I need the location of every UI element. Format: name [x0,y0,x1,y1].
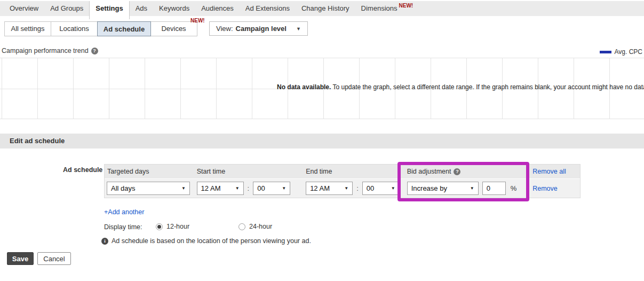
start-minute-select[interactable]: 00 ▼ [253,182,290,195]
bid-adjustment-value-input[interactable] [482,182,506,195]
display-time-row: Display time: 12-hour 24-hour [104,223,328,232]
add-another-link[interactable]: +Add another [104,208,144,216]
view-value: Campaign level [236,25,287,33]
help-icon[interactable]: ? [454,168,460,175]
chevron-down-icon: ▼ [181,186,186,191]
subtab-devices[interactable]: Devices [150,22,197,36]
info-icon: i [101,238,108,245]
end-minute-select[interactable]: 00 ▼ [362,182,400,195]
header-remove-all: Remove all [529,168,580,175]
schedule-info-note: i Ad schedule is based on the location o… [101,237,311,245]
subtab-ad-schedule[interactable]: Ad schedule [97,21,151,36]
remove-all-link[interactable]: Remove all [532,168,566,175]
chevron-down-icon: ▼ [344,186,348,191]
legend-label: Avg. CPC [615,48,642,56]
radio-12-hour[interactable]: 12-hour [156,223,189,230]
view-new-badge: NEW! [190,18,205,24]
save-button[interactable]: Save [7,252,34,265]
time-separator: : [248,184,250,192]
view-level-dropdown[interactable]: View: Campaign level ▼ [209,21,308,36]
help-icon[interactable]: ? [91,48,98,54]
view-prefix: View: [216,25,233,33]
percent-label: % [511,184,517,192]
tab-dimensions[interactable]: DimensionsNEW! [355,1,419,16]
subtab-all-settings[interactable]: All settings [5,22,51,36]
header-bid-adjustment: Bid adjustment ? [404,168,529,175]
tab-audiences[interactable]: Audiences [195,1,240,16]
chevron-down-icon: ▼ [296,26,301,32]
table-row: All days ▼ 12 AM ▼ : 00 ▼ 12 AM ▼ : 00 ▼ [105,178,580,198]
table-header-row: Targeted days Start time End time Bid ad… [105,165,580,178]
ad-schedule-table: Targeted days Start time End time Bid ad… [104,164,581,198]
radio-button-icon[interactable] [238,223,245,230]
chevron-down-icon: ▼ [391,186,395,191]
radio-24-hour[interactable]: 24-hour [238,223,272,230]
bid-adjustment-type-select[interactable]: Increase by ▼ [407,182,479,195]
settings-subtab-group: All settings Locations Ad schedule Devic… [4,21,197,36]
chevron-down-icon: ▼ [282,186,286,191]
header-end-time: End time [304,168,404,175]
dimensions-new-badge: NEW! [399,3,413,9]
legend-swatch [600,51,611,53]
chevron-down-icon: ▼ [470,186,474,191]
main-tab-bar: Overview Ad Groups Settings Ads Keywords… [0,1,644,16]
header-targeted-days: Targeted days [105,168,195,175]
targeted-days-select[interactable]: All days ▼ [107,182,190,195]
chevron-down-icon: ▼ [235,186,240,191]
time-separator: : [356,184,359,192]
tab-ad-groups[interactable]: Ad Groups [44,1,89,16]
tab-overview[interactable]: Overview [4,1,44,16]
cancel-button[interactable]: Cancel [37,252,71,265]
section-header: Edit ad schedule [0,134,644,149]
start-hour-select[interactable]: 12 AM ▼ [197,182,244,195]
tab-dimensions-label: Dimensions [361,4,397,12]
display-time-label: Display time: [104,223,142,231]
subtab-locations[interactable]: Locations [51,22,98,36]
tab-ad-extensions[interactable]: Ad Extensions [240,1,296,16]
tab-settings[interactable]: Settings [89,1,129,19]
tab-change-history[interactable]: Change History [296,1,355,16]
remove-row-link[interactable]: Remove [532,185,558,192]
no-data-message: No data available. To update the graph, … [277,83,644,91]
chart-legend: Avg. CPC [600,48,642,56]
tab-keywords[interactable]: Keywords [153,1,195,16]
radio-button-icon[interactable] [156,223,163,230]
header-start-time: Start time [195,168,305,175]
end-hour-select[interactable]: 12 AM ▼ [306,182,353,195]
tab-ads[interactable]: Ads [130,1,153,16]
chart-title: Campaign performance trend ? [2,47,98,54]
